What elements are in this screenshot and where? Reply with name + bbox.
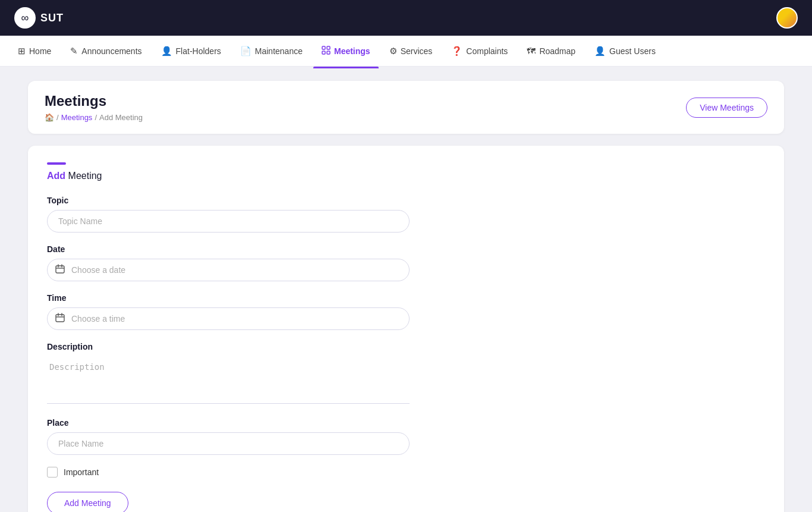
view-meetings-button[interactable]: View Meetings xyxy=(686,98,767,118)
main-content: Meetings 🏠 / Meetings / Add Meeting View… xyxy=(14,81,798,512)
form-section-title: Add Meeting xyxy=(47,171,765,181)
date-label: Date xyxy=(47,244,410,254)
important-checkbox-row: Important xyxy=(47,467,765,478)
form-group-time: Time xyxy=(47,293,410,330)
form-group-date: Date xyxy=(47,244,410,281)
form-group-description: Description xyxy=(47,342,410,406)
add-meeting-button[interactable]: Add Meeting xyxy=(47,492,128,512)
svg-rect-2 xyxy=(322,51,325,54)
complaints-icon: ❓ xyxy=(451,46,462,56)
nav-item-services[interactable]: ⚙ Services xyxy=(381,42,441,60)
nav-item-meetings[interactable]: Meetings xyxy=(313,42,379,60)
flat-holders-icon: 👤 xyxy=(161,46,172,56)
nav-item-roadmap[interactable]: 🗺 Roadmap xyxy=(518,42,584,59)
nav-menu: ⊞ Home ✎ Announcements 👤 Flat-Holders 📄 … xyxy=(0,36,812,67)
navbar-left: ∞ SUT xyxy=(14,7,64,29)
breadcrumb-add-meeting: Add Meeting xyxy=(99,113,143,122)
navbar: ∞ SUT xyxy=(0,0,812,36)
place-label: Place xyxy=(47,418,410,428)
svg-rect-1 xyxy=(327,46,330,49)
form-card: Add Meeting Topic Date xyxy=(28,146,784,512)
meetings-icon xyxy=(322,46,331,56)
time-input[interactable] xyxy=(47,307,410,330)
place-input[interactable] xyxy=(47,432,410,455)
form-section-bar xyxy=(47,162,66,165)
services-icon: ⚙ xyxy=(389,46,397,56)
important-label: Important xyxy=(64,467,99,477)
form-group-place: Place xyxy=(47,418,410,455)
app-logo: ∞ xyxy=(14,7,36,29)
time-label: Time xyxy=(47,293,410,303)
nav-item-home[interactable]: ⊞ Home xyxy=(10,42,59,60)
roadmap-icon: 🗺 xyxy=(527,46,536,56)
nav-item-maintenance[interactable]: 📄 Maintenance xyxy=(232,42,311,60)
date-input-wrapper xyxy=(47,259,410,281)
svg-rect-0 xyxy=(322,46,325,49)
header-card: Meetings 🏠 / Meetings / Add Meeting View… xyxy=(28,81,784,134)
description-label: Description xyxy=(47,342,410,351)
header-left: Meetings 🏠 / Meetings / Add Meeting xyxy=(45,93,143,122)
date-input[interactable] xyxy=(47,259,410,281)
maintenance-icon: 📄 xyxy=(240,46,251,56)
nav-item-announcements[interactable]: ✎ Announcements xyxy=(62,42,150,60)
form-group-topic: Topic xyxy=(47,196,410,233)
nav-item-complaints[interactable]: ❓ Complaints xyxy=(443,42,516,60)
topic-input[interactable] xyxy=(47,210,410,233)
section-title-add: Add xyxy=(47,171,65,181)
guest-users-icon: 👤 xyxy=(594,46,606,56)
breadcrumb: 🏠 / Meetings / Add Meeting xyxy=(45,113,143,122)
avatar[interactable] xyxy=(776,7,798,29)
topic-label: Topic xyxy=(47,196,410,205)
breadcrumb-separator-2: / xyxy=(95,113,97,122)
page-title: Meetings xyxy=(45,93,143,109)
nav-item-guest-users[interactable]: 👤 Guest Users xyxy=(586,42,664,60)
nav-item-flat-holders[interactable]: 👤 Flat-Holders xyxy=(153,42,229,60)
breadcrumb-meetings-link[interactable]: Meetings xyxy=(61,113,93,122)
announcements-icon: ✎ xyxy=(70,46,78,56)
home-icon: ⊞ xyxy=(18,46,26,56)
home-breadcrumb-icon: 🏠 xyxy=(45,113,54,122)
section-title-suffix: Meeting xyxy=(65,171,102,181)
app-brand: SUT xyxy=(40,12,64,24)
time-input-wrapper xyxy=(47,307,410,330)
description-textarea[interactable] xyxy=(47,356,410,404)
important-checkbox[interactable] xyxy=(47,467,58,478)
breadcrumb-separator-1: / xyxy=(56,113,59,122)
svg-rect-3 xyxy=(327,51,330,54)
